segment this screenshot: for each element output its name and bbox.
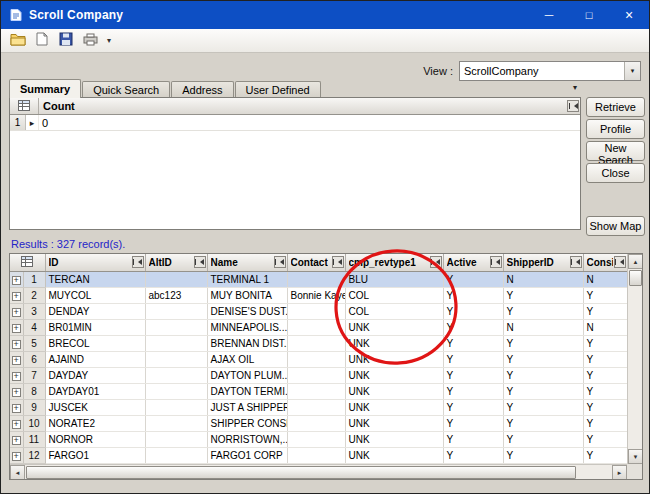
scroll-up-icon[interactable]: ▲ — [628, 254, 643, 269]
column-header-contact[interactable]: Contact — [287, 254, 345, 271]
cell[interactable] — [145, 303, 207, 319]
cell[interactable]: Y — [443, 287, 503, 303]
cell[interactable]: Y — [503, 351, 583, 367]
column-options-button[interactable] — [332, 256, 344, 268]
cell[interactable]: DAYDAY01 — [45, 383, 145, 399]
column-header-altid[interactable]: AltID — [145, 254, 207, 271]
cell[interactable]: MINNEAPOLIS... — [207, 319, 287, 335]
cell[interactable]: Y — [503, 447, 583, 463]
cell[interactable]: Y — [583, 351, 627, 367]
cell[interactable]: Y — [503, 399, 583, 415]
cell[interactable]: Y — [443, 303, 503, 319]
row-expand-button[interactable]: + — [10, 399, 23, 415]
cell[interactable]: UNK — [345, 383, 443, 399]
cell[interactable]: COL — [345, 287, 443, 303]
cell[interactable] — [287, 367, 345, 383]
cell[interactable]: AJAX OIL — [207, 351, 287, 367]
cell[interactable] — [145, 447, 207, 463]
cell[interactable]: Y — [443, 415, 503, 431]
row-expand-button[interactable]: + — [10, 383, 23, 399]
column-options-button[interactable] — [274, 256, 286, 268]
cell[interactable]: Y — [583, 303, 627, 319]
cell[interactable] — [287, 351, 345, 367]
cell[interactable]: N — [503, 271, 583, 287]
cell[interactable]: DENDAY — [45, 303, 145, 319]
cell[interactable]: Y — [443, 367, 503, 383]
close-button[interactable]: Close — [586, 163, 645, 183]
cell[interactable]: Y — [503, 367, 583, 383]
profile-button[interactable]: Profile — [586, 119, 645, 139]
table-row[interactable]: +12FARGO1FARGO1 CORPUNKYYY — [10, 447, 627, 463]
row-expand-button[interactable]: + — [10, 367, 23, 383]
cell[interactable]: UNK — [345, 351, 443, 367]
cell[interactable]: Y — [503, 431, 583, 447]
cell[interactable] — [145, 351, 207, 367]
tab-address[interactable]: Address — [171, 81, 233, 98]
summary-row[interactable]: 1 ▸ 0 — [10, 115, 580, 131]
count-value-cell[interactable]: 0 — [39, 115, 580, 130]
cell[interactable]: UNK — [345, 415, 443, 431]
column-header-id[interactable]: ID — [45, 254, 145, 271]
cell[interactable]: MUY BONITA — [207, 287, 287, 303]
cell[interactable]: UNK — [345, 319, 443, 335]
dropdown-caret-icon[interactable]: ▾ — [573, 83, 577, 92]
column-header-shipperid[interactable]: ShipperID — [503, 254, 583, 271]
cell[interactable]: Y — [583, 367, 627, 383]
scroll-down-icon[interactable]: ▼ — [628, 449, 643, 464]
column-options-button[interactable] — [132, 256, 144, 268]
table-row[interactable]: +8DAYDAY01DAYTON TERMI...UNKYYY — [10, 383, 627, 399]
cell[interactable] — [287, 399, 345, 415]
cell[interactable] — [145, 383, 207, 399]
row-expand-button[interactable]: + — [10, 415, 23, 431]
cell[interactable] — [145, 271, 207, 287]
tab-user-defined[interactable]: User Defined — [235, 81, 321, 98]
table-row[interactable]: +9JUSCEKJUST A SHIPPERUNKYYY — [10, 399, 627, 415]
cell[interactable]: UNK — [345, 335, 443, 351]
cell[interactable]: N — [583, 319, 627, 335]
tab-summary[interactable]: Summary — [9, 79, 81, 98]
cell[interactable] — [145, 431, 207, 447]
cell[interactable]: Y — [443, 447, 503, 463]
cell[interactable]: BRECOL — [45, 335, 145, 351]
cell[interactable]: BLU — [345, 271, 443, 287]
maximize-button[interactable]: □ — [569, 1, 609, 29]
cell[interactable]: FARGO1 CORP — [207, 447, 287, 463]
cell[interactable]: Y — [443, 351, 503, 367]
cell[interactable]: BRENNAN DIST... — [207, 335, 287, 351]
column-header-cmp_revtype1[interactable]: cmp_revtype1 — [345, 254, 443, 271]
cell[interactable]: NORATE2 — [45, 415, 145, 431]
cell[interactable]: TERMINAL 1 — [207, 271, 287, 287]
cell[interactable]: DAYTON PLUM... — [207, 367, 287, 383]
cell[interactable]: Y — [583, 383, 627, 399]
cell[interactable]: COL — [345, 303, 443, 319]
cell[interactable]: SHIPPER CONSI... — [207, 415, 287, 431]
column-header-active[interactable]: Active — [443, 254, 503, 271]
table-row[interactable]: +5BRECOLBRENNAN DIST...UNKYYY — [10, 335, 627, 351]
scroll-right-icon[interactable]: ► — [612, 465, 627, 480]
cell[interactable]: Y — [443, 399, 503, 415]
cell[interactable]: Y — [503, 415, 583, 431]
cell[interactable] — [287, 383, 345, 399]
cell[interactable]: MUYCOL — [45, 287, 145, 303]
cell[interactable]: FARGO1 — [45, 447, 145, 463]
cell[interactable] — [287, 447, 345, 463]
cell[interactable]: Y — [583, 335, 627, 351]
table-row[interactable]: +6AJAINDAJAX OILUNKYYY — [10, 351, 627, 367]
cell[interactable]: BR01MIN — [45, 319, 145, 335]
cell[interactable] — [145, 415, 207, 431]
cell[interactable]: TERCAN — [45, 271, 145, 287]
cell[interactable]: Y — [443, 431, 503, 447]
table-row[interactable]: +2MUYCOLabc123MUY BONITABonnie KayeCOLYY… — [10, 287, 627, 303]
table-row[interactable]: +3DENDAYDENISE'S DUST...COLYYY — [10, 303, 627, 319]
retrieve-button[interactable]: Retrieve — [586, 97, 645, 117]
cell[interactable]: Y — [503, 383, 583, 399]
column-options-button[interactable] — [490, 256, 502, 268]
cell[interactable]: Y — [583, 415, 627, 431]
cell[interactable]: UNK — [345, 431, 443, 447]
select-all-corner[interactable] — [10, 254, 45, 271]
cell[interactable]: Y — [443, 319, 503, 335]
cell[interactable] — [287, 319, 345, 335]
cell[interactable]: Y — [443, 271, 503, 287]
cell[interactable]: UNK — [345, 367, 443, 383]
row-expand-button[interactable]: + — [10, 303, 23, 319]
